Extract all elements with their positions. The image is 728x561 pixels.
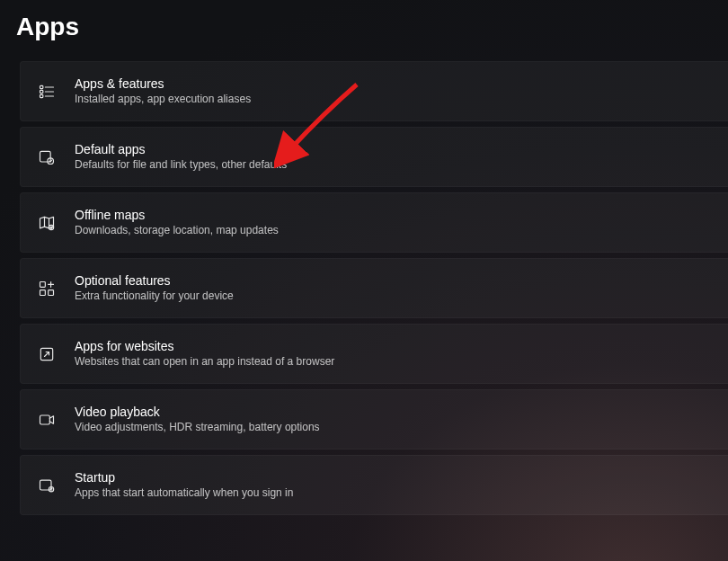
svg-rect-9 bbox=[40, 281, 46, 287]
optional-features-icon bbox=[37, 279, 57, 298]
item-title: Startup bbox=[75, 470, 293, 486]
item-optional-features[interactable]: Optional features Extra functionality fo… bbox=[20, 258, 728, 318]
item-subtitle: Downloads, storage location, map updates bbox=[75, 224, 279, 237]
svg-rect-0 bbox=[40, 85, 43, 88]
video-icon bbox=[37, 410, 57, 430]
item-subtitle: Apps that start automatically when you s… bbox=[75, 486, 293, 500]
svg-rect-2 bbox=[40, 90, 43, 93]
item-apps-and-features[interactable]: Apps & features Installed apps, app exec… bbox=[20, 61, 728, 121]
svg-rect-15 bbox=[40, 415, 50, 424]
item-title: Optional features bbox=[75, 273, 234, 289]
item-title: Apps & features bbox=[75, 76, 251, 93]
item-subtitle: Installed apps, app execution aliases bbox=[75, 93, 251, 106]
default-apps-icon bbox=[37, 147, 57, 167]
item-apps-for-websites[interactable]: Apps for websites Websites that can open… bbox=[20, 324, 728, 384]
item-title: Video playback bbox=[75, 405, 320, 421]
item-startup[interactable]: Startup Apps that start automatically wh… bbox=[20, 455, 728, 515]
map-download-icon bbox=[37, 213, 57, 233]
item-default-apps[interactable]: Default apps Defaults for file and link … bbox=[20, 127, 728, 187]
item-subtitle: Extra functionality for your device bbox=[75, 289, 234, 303]
item-video-playback[interactable]: Video playback Video adjustments, HDR st… bbox=[20, 389, 728, 450]
item-subtitle: Video adjustments, HDR streaming, batter… bbox=[75, 421, 320, 434]
startup-icon bbox=[37, 476, 57, 495]
settings-list: Apps & features Installed apps, app exec… bbox=[20, 61, 728, 515]
item-title: Default apps bbox=[75, 142, 287, 158]
item-offline-maps[interactable]: Offline maps Downloads, storage location… bbox=[20, 192, 728, 253]
open-external-icon bbox=[37, 344, 57, 364]
apps-list-icon bbox=[37, 82, 57, 102]
svg-rect-11 bbox=[49, 289, 54, 295]
svg-rect-4 bbox=[40, 94, 43, 97]
item-title: Apps for websites bbox=[75, 339, 334, 355]
svg-rect-16 bbox=[40, 480, 52, 490]
svg-rect-10 bbox=[40, 289, 46, 295]
item-title: Offline maps bbox=[75, 208, 279, 224]
item-subtitle: Websites that can open in an app instead… bbox=[75, 355, 334, 369]
item-subtitle: Defaults for file and link types, other … bbox=[75, 158, 287, 172]
svg-rect-6 bbox=[40, 151, 51, 162]
page-title: Apps bbox=[0, 0, 728, 41]
